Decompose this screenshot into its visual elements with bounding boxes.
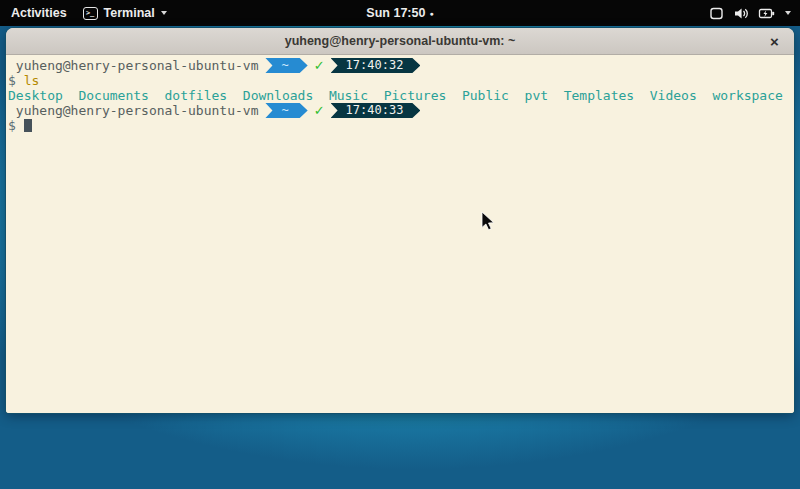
- prompt-symbol: $: [8, 73, 24, 88]
- clock-label: Sun 17:50: [366, 6, 425, 20]
- terminal-window: yuheng@henry-personal-ubuntu-vm: ~ × yuh…: [6, 28, 794, 413]
- battery-charging-icon: [758, 6, 776, 21]
- chevron-down-icon: [161, 11, 167, 15]
- activities-button[interactable]: Activities: [11, 6, 67, 20]
- top-bar: Activities >_ Terminal Sun 17:50 ●: [0, 0, 800, 26]
- directory-listing: Desktop Documents dotfiles Downloads Mus…: [8, 88, 783, 103]
- chevron-down-icon: [785, 11, 791, 15]
- terminal-screen[interactable]: yuheng@henry-personal-ubuntu-vm ~ ✓ 17:4…: [6, 56, 794, 413]
- ls-output-line: Desktop Documents dotfiles Downloads Mus…: [8, 88, 792, 103]
- close-icon[interactable]: ×: [764, 31, 785, 52]
- typed-command: ls: [24, 73, 40, 88]
- network-icon: [709, 6, 724, 21]
- prompt-user-host: yuheng@henry-personal-ubuntu-vm: [8, 103, 258, 118]
- clock-menu[interactable]: Sun 17:50 ●: [366, 0, 433, 26]
- command-line: $: [8, 118, 792, 133]
- system-menu[interactable]: [709, 6, 791, 21]
- prompt-line: yuheng@henry-personal-ubuntu-vm ~ ✓ 17:4…: [8, 103, 792, 118]
- prompt-time-badge: 17:40:32: [331, 58, 421, 73]
- status-check-icon: ✓: [314, 103, 325, 118]
- desktop: Activities >_ Terminal Sun 17:50 ●: [0, 0, 800, 489]
- notification-dot: ●: [429, 10, 433, 17]
- prompt-time-badge: 17:40:33: [331, 103, 421, 118]
- app-menu-label: Terminal: [104, 6, 155, 20]
- prompt-line: yuheng@henry-personal-ubuntu-vm ~ ✓ 17:4…: [8, 58, 792, 73]
- top-bar-left: Activities >_ Terminal: [11, 6, 167, 20]
- terminal-cursor: [24, 119, 32, 132]
- terminal-icon: >_: [83, 7, 98, 20]
- volume-icon: [733, 6, 749, 21]
- prompt-cwd-badge: ~: [265, 58, 307, 73]
- mouse-pointer-icon: [481, 211, 497, 233]
- prompt-cwd-badge: ~: [265, 103, 307, 118]
- status-check-icon: ✓: [314, 58, 325, 73]
- prompt-symbol: $: [8, 118, 24, 133]
- command-line: $ ls: [8, 73, 792, 88]
- window-titlebar[interactable]: yuheng@henry-personal-ubuntu-vm: ~ ×: [6, 28, 794, 55]
- app-menu[interactable]: >_ Terminal: [83, 6, 167, 20]
- prompt-user-host: yuheng@henry-personal-ubuntu-vm: [8, 58, 258, 73]
- window-title: yuheng@henry-personal-ubuntu-vm: ~: [285, 34, 516, 48]
